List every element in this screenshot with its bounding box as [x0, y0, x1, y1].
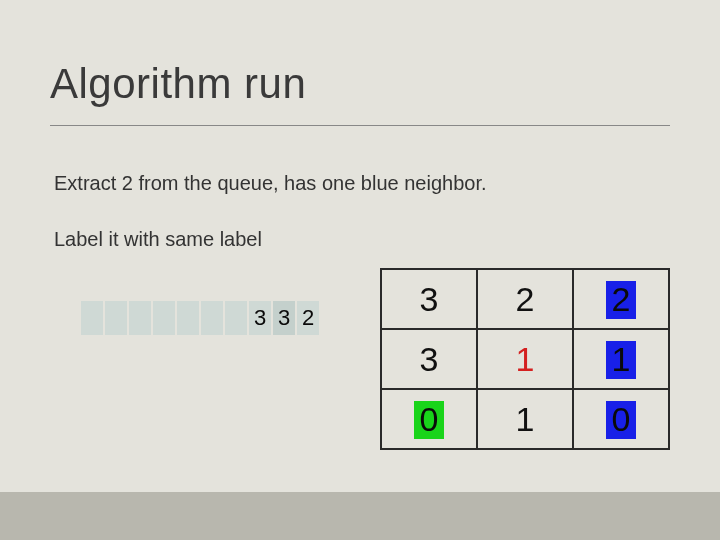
- slide: Algorithm run Extract 2 from the queue, …: [0, 0, 720, 540]
- grid-cell: 1: [573, 329, 669, 389]
- footer-bar: [0, 492, 720, 540]
- grid-cell: 2: [477, 269, 573, 329]
- grid-value: 2: [606, 281, 637, 319]
- grid-value: 3: [420, 282, 439, 316]
- queue-cell: 3: [248, 300, 272, 336]
- grid-cell: 3: [381, 269, 477, 329]
- queue-cell: [80, 300, 104, 336]
- queue-cell: [176, 300, 200, 336]
- queue-cell: [200, 300, 224, 336]
- grid: 3 2 2 3 1 1 0 1 0: [380, 268, 670, 450]
- queue-cell: 2: [296, 300, 320, 336]
- grid-value: 3: [420, 342, 439, 376]
- grid-cell: 0: [381, 389, 477, 449]
- grid-cell: 0: [573, 389, 669, 449]
- grid-value: 1: [516, 402, 535, 436]
- grid-row: 0 1 0: [381, 389, 669, 449]
- grid-cell: 2: [573, 269, 669, 329]
- grid-value: 1: [606, 341, 637, 379]
- grid-value: 1: [516, 342, 535, 376]
- queue: 3 3 2: [80, 300, 320, 336]
- grid-value: 0: [606, 401, 637, 439]
- queue-cell: 3: [272, 300, 296, 336]
- body-line-2: Label it with same label: [54, 228, 262, 251]
- grid-value: 2: [516, 282, 535, 316]
- grid-cell: 1: [477, 389, 573, 449]
- title-divider: [50, 125, 670, 126]
- grid-row: 3 1 1: [381, 329, 669, 389]
- queue-cell: [152, 300, 176, 336]
- queue-cell: [104, 300, 128, 336]
- grid-cell: 1: [477, 329, 573, 389]
- queue-cell: [128, 300, 152, 336]
- body-line-1: Extract 2 from the queue, has one blue n…: [54, 172, 487, 195]
- queue-cell: [224, 300, 248, 336]
- grid-cell: 3: [381, 329, 477, 389]
- grid-row: 3 2 2: [381, 269, 669, 329]
- grid-value: 0: [414, 401, 445, 439]
- slide-title: Algorithm run: [50, 60, 306, 108]
